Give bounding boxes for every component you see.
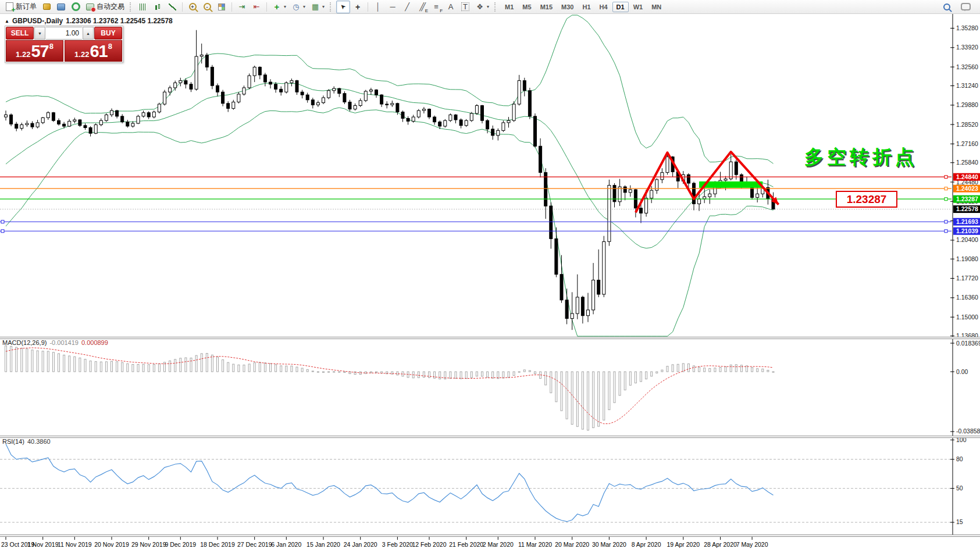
date-axis-splitter [0,535,980,537]
hline-handle[interactable] [1,230,4,233]
candlestick-chart-button[interactable] [151,1,165,13]
chart-profile-icon[interactable] [40,1,54,13]
hline-handle[interactable] [945,230,947,233]
chevron-down-icon[interactable]: ▾ [284,4,286,9]
timeframe-d1[interactable]: D1 [612,2,629,12]
volume-down-stepper[interactable]: ▼ [34,27,45,40]
support-highlight-bar[interactable] [699,181,762,188]
rsi-indicator-label: RSI(14)40.3860 [2,438,51,445]
volume-field[interactable]: 1.00 [46,27,82,40]
cursor-button[interactable]: ➤ [336,1,350,13]
date-label: 12 Feb 2020 [412,541,447,548]
hline-handle[interactable] [1,220,4,223]
date-label: 8 Apr 2020 [632,541,661,548]
auto-scroll-button[interactable]: ⇥ [235,1,249,13]
date-label: 21 Feb 2020 [449,541,483,548]
price-chart-svg[interactable]: 1.352801.339201.325601.312401.298801.285… [0,0,980,552]
macd-tick-label: 0.018369 [956,340,980,347]
timeframe-h4[interactable]: H4 [596,2,612,12]
buy-price-button[interactable]: 1.22 61 8 [65,40,122,62]
macd-pane-splitter[interactable] [0,337,980,339]
signals-icon[interactable] [69,1,83,13]
sell-button[interactable]: SELL [6,27,34,40]
chart-shift-icon: ⇤ [252,2,261,12]
rsi-tick-label: 15 [956,518,963,525]
volume-up-stepper[interactable]: ▲ [83,27,94,40]
date-label: 2 Mar 2020 [483,541,514,548]
chevron-down-icon[interactable]: ▾ [303,4,305,9]
date-label: 15 Jan 2020 [307,541,340,548]
timeframe-m5[interactable]: M5 [518,2,535,12]
one-click-trading-panel: SELL ▼ 1.00 ▲ BUY 1.22 57 8 1.22 61 8 [5,26,123,63]
vertical-line-button[interactable]: │ [371,1,385,13]
search-icon[interactable] [941,1,953,13]
new-order-button[interactable]: 新订单 [2,1,39,13]
hline-handle[interactable] [945,176,947,179]
hline-handle[interactable] [945,187,947,190]
chevron-down-icon[interactable]: ▾ [487,4,489,9]
buy-price-prefix: 1.22 [74,49,89,60]
sell-price-pip: 8 [49,42,54,50]
autotrading-button-label: 自动交易 [97,2,124,12]
trendline-button[interactable]: ╱ [400,1,414,13]
timeframe-h1[interactable]: H1 [578,2,594,12]
equidistant-channel-button[interactable]: ╱E [415,1,429,13]
turning-point-annotation[interactable]: 多空转折点 [804,144,918,170]
price-tick-label: 1.35280 [956,24,978,31]
chat-icon[interactable] [958,1,973,13]
date-label: 19 Apr 2020 [667,541,700,548]
buy-button[interactable]: BUY [94,27,122,40]
price-callout-box[interactable]: 1.23287 [836,191,897,208]
date-label: 11 Mar 2020 [518,541,552,548]
autotrading-button[interactable]: 自动交易 [83,1,127,13]
text-button[interactable]: A [444,1,458,13]
indicators-button[interactable]: +▾ [270,1,288,13]
date-label: 6 Jan 2020 [271,541,301,548]
timeframe-w1[interactable]: W1 [629,2,647,12]
periods-button[interactable]: ◷▾ [289,1,308,13]
templates-icon: ▦ [311,2,320,12]
crosshair-icon: + [353,2,362,12]
terminal-icon[interactable] [54,1,68,13]
chevron-down-icon[interactable]: ▾ [322,4,325,9]
candles [5,30,775,330]
candlestick-chart-icon [153,2,162,12]
rsi-pane-splitter[interactable] [0,436,980,438]
macd-histogram [5,346,775,430]
symbol-period-label: GBPUSD-,Daily [12,17,63,25]
price-tick-label: 1.29880 [956,101,978,108]
fibonacci-button[interactable]: ≡F [429,1,443,13]
hline-handle[interactable] [945,198,947,201]
chart-canvas[interactable]: 1.352801.339201.325601.312401.298801.285… [0,0,980,552]
crosshair-button[interactable]: + [351,1,365,13]
tile-windows-button[interactable] [215,1,229,13]
date-label: 24 Jan 2020 [344,541,377,548]
bar-chart-button[interactable] [136,1,150,13]
equidistant-channel-icon: ╱E [417,2,426,12]
timeframe-m15[interactable]: M15 [536,2,557,12]
price-tick-label: 1.17720 [956,275,978,282]
price-tag-1.24840-text: 1.24840 [956,173,978,180]
chart-shift-button[interactable]: ⇤ [250,1,263,13]
zoom-in-button[interactable]: + [186,1,199,13]
line-chart-button[interactable] [165,1,179,13]
sell-price-button[interactable]: 1.22 57 8 [6,40,63,62]
zoom-in-icon: + [188,2,197,12]
ohlc-values: 1.23306 1.23762 1.22545 1.22578 [66,17,173,25]
timeframe-m30[interactable]: M30 [557,2,578,12]
zoom-out-icon: - [202,2,212,12]
arrows-button[interactable]: ❖▾ [473,1,491,13]
terminal-icon-icon [56,2,66,12]
horizontal-line-button[interactable]: ─ [386,1,400,13]
price-tick-label: 1.27160 [956,140,978,147]
hline-handle[interactable] [945,220,947,223]
text-label-button[interactable]: T [458,1,472,13]
macd-tick-label: 0.00 [956,368,968,375]
timeframe-mn[interactable]: MN [647,2,665,12]
timeframe-m1[interactable]: M1 [501,2,518,12]
collapse-icon[interactable]: ▲ [5,19,9,24]
templates-button[interactable]: ▦▾ [308,1,327,13]
date-label: 18 Dec 2019 [200,541,235,548]
fibonacci-icon: ≡F [432,2,441,12]
zoom-out-button[interactable]: - [200,1,214,13]
